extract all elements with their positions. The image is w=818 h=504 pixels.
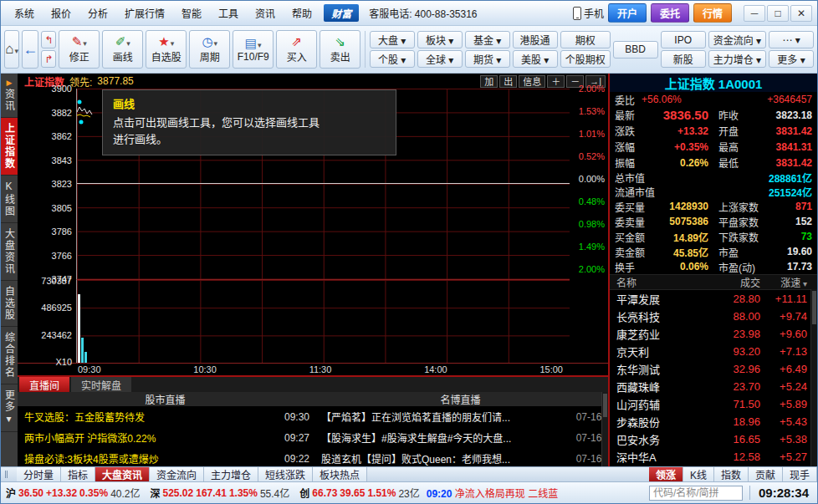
volume-chart[interactable]: 730387486925243462X10 xyxy=(76,279,570,363)
index-summary[interactable]: 深 525.02 167.41 1.35% 55.4亿 xyxy=(150,486,289,500)
home-button[interactable]: ⌂ xyxy=(4,30,19,69)
market-button[interactable]: 期权 xyxy=(560,31,611,48)
stock-row[interactable]: 山河药辅 71.50 +5.89 xyxy=(610,395,817,413)
market-button[interactable]: 期货 ▾ xyxy=(465,50,510,68)
maximize-button[interactable]: □ xyxy=(767,5,789,22)
menu-item[interactable]: 帮助 xyxy=(284,3,320,23)
redo-arrow-icon[interactable]: ↱ xyxy=(41,50,56,68)
toolbar-button[interactable]: ▤ F10/F9 xyxy=(233,30,274,69)
market-button[interactable]: 更多 ▾ xyxy=(769,50,814,68)
sidebar-item[interactable]: 上证指数 xyxy=(1,118,18,176)
toolbar-button[interactable]: ✎ 修正 xyxy=(59,30,100,69)
menu-item[interactable]: 扩展行情 xyxy=(116,3,173,23)
sidebar-item[interactable]: 综合排名 xyxy=(1,327,18,384)
sidebar-item[interactable]: K线图 xyxy=(1,176,18,223)
close-button[interactable]: ✕ xyxy=(790,5,812,22)
bottom-tab[interactable]: 资金流向 xyxy=(150,467,204,481)
index-summary[interactable]: 沪 36.50 +13.32 0.35% 40.2亿 xyxy=(6,486,140,500)
ranking-list: 平潭发展 28.80 +11.11 长亮科技 88.00 +9.74 康芝药业 … xyxy=(610,290,817,466)
news-ticker[interactable]: 09:20 净流入格局再现 二线蓝 xyxy=(427,486,558,500)
sidebar-item[interactable]: 大盘资讯 xyxy=(1,223,18,281)
stock-row[interactable]: 东华测试 32.96 +6.49 xyxy=(610,360,817,378)
minimize-button[interactable]: ─ xyxy=(744,5,765,22)
scrollbar[interactable] xyxy=(601,392,608,466)
redo-arrow-icon[interactable]: ↰ xyxy=(41,31,56,48)
market-button[interactable]: 新股 xyxy=(661,50,706,68)
market-button[interactable]: 主力增仓 ▾ xyxy=(708,50,766,68)
toolbar-button[interactable]: ⇗ 买入 xyxy=(276,30,317,69)
quick-button[interactable]: 开户 xyxy=(608,3,647,23)
market-button[interactable]: BBD xyxy=(613,41,658,59)
market-button[interactable]: 港股通 xyxy=(513,31,558,48)
sidebar-item[interactable]: 更多▾ xyxy=(1,384,18,432)
bottom-tabs-left: 分时量指标大盘资讯资金流向主力增仓短线涨跌板块热点 xyxy=(17,467,367,481)
market-button[interactable]: 全球 ▾ xyxy=(417,50,463,68)
percent-tick: 2.00% xyxy=(573,84,605,94)
toolbar-icon: ✐ xyxy=(115,34,126,48)
bottom-tab[interactable]: 分时量 xyxy=(17,467,61,481)
bottom-tab[interactable]: 主力增仓 xyxy=(204,467,258,481)
live-tab[interactable]: 直播间 xyxy=(19,377,69,392)
stock-row[interactable]: 巴安水务 16.65 +5.38 xyxy=(610,430,817,448)
bottom-tab[interactable]: 大盘资讯 xyxy=(95,467,150,481)
toolbar-button[interactable]: ★ 自选股 xyxy=(146,30,187,69)
market-button[interactable]: IPO xyxy=(661,31,706,48)
stock-row[interactable]: 康芝药业 23.98 +9.60 xyxy=(610,325,817,343)
index-summary[interactable]: 创 66.73 39.65 1.51% 23亿 xyxy=(299,486,419,500)
live-row[interactable]: 操盘必读:3板块4股票或遭爆炒 09:22 股道玄机【提问】败式Queen：老师… xyxy=(18,448,608,466)
stock-row[interactable]: 京天利 93.20 +7.13 xyxy=(610,343,817,360)
quick-button[interactable]: 委托 xyxy=(651,3,689,23)
market-button[interactable]: 资金流向 ▾ xyxy=(708,31,766,48)
bottom-tab[interactable]: 领涨 xyxy=(649,467,683,481)
market-button[interactable]: 美股 ▾ xyxy=(513,50,558,68)
live-row[interactable]: 牛叉选股：五金股蓄势待发 09:30 【严焰茗】正在浏览焰茗直播的朋友们请...… xyxy=(18,406,608,427)
ranking-header[interactable]: 名称 成交 涨速 xyxy=(610,274,817,290)
stock-row[interactable]: 深中华A 12.58 +5.27 xyxy=(610,448,817,466)
toolbar-icon: ✎ xyxy=(72,34,83,48)
time-tick: 11:30 xyxy=(309,364,332,374)
menu-item[interactable]: 报价 xyxy=(43,3,79,23)
time-tick: 10:30 xyxy=(193,364,217,374)
scrollbar[interactable] xyxy=(810,289,817,466)
bottom-tab[interactable]: 短线涨跌 xyxy=(258,467,313,481)
bottom-tab[interactable]: 指数 xyxy=(714,467,749,481)
chart-header-button[interactable]: 信息 xyxy=(519,75,545,88)
menu-item[interactable]: 资讯 xyxy=(247,3,284,23)
col-change-sort[interactable]: 涨速 xyxy=(760,275,807,289)
chart-header-button[interactable]: 出 xyxy=(499,75,517,88)
market-button[interactable]: 基金 ▾ xyxy=(465,31,510,48)
sidebar-item[interactable]: 自选股 xyxy=(1,281,18,327)
bottom-tab[interactable]: 指标 xyxy=(61,467,95,481)
sidebar: ▶ 资讯 上证指数 K线图 大盘资讯 xyxy=(1,74,18,466)
menu-item[interactable]: 工具 xyxy=(210,3,247,23)
toolbar-button[interactable]: ⇘ 卖出 xyxy=(320,30,360,69)
stock-row[interactable]: 平潭发展 28.80 +11.11 xyxy=(610,290,817,308)
mobile-link[interactable]: 手机 xyxy=(573,6,604,20)
bottom-tab[interactable]: K线 xyxy=(683,467,714,481)
market-button[interactable]: 个股 ▾ xyxy=(370,50,415,68)
code-input[interactable] xyxy=(649,486,743,501)
bottom-tab[interactable]: 现手 xyxy=(783,467,817,481)
toolbar-button[interactable]: ✐ 画线 xyxy=(102,30,143,69)
chart-header-button[interactable]: 加 xyxy=(480,75,498,88)
market-button[interactable]: 个股期权 xyxy=(560,50,611,68)
menu-item[interactable]: 智能 xyxy=(173,3,210,23)
bottom-tab[interactable]: 贡献 xyxy=(749,467,783,481)
menu-item[interactable]: 系统 xyxy=(6,3,43,23)
market-button[interactable]: 大盘 ▾ xyxy=(370,31,415,48)
quick-button[interactable]: 行情 xyxy=(693,3,732,23)
stock-row[interactable]: 西藏珠峰 23.70 +5.24 xyxy=(610,378,817,395)
stock-row[interactable]: 步森股份 18.96 +5.43 xyxy=(610,413,817,430)
market-button[interactable]: 板块 ▾ xyxy=(417,31,463,48)
menu-item[interactable]: 分析 xyxy=(79,3,116,23)
bottom-tab[interactable]: 板块热点 xyxy=(313,467,367,481)
live-row[interactable]: 两市小幅高开 沪指微涨0.22% 09:27 【股海求生】#股海求生解盘#今天的… xyxy=(18,427,608,448)
market-button[interactable]: ⋯ ▾ xyxy=(769,31,814,48)
live-tab[interactable]: 实时解盘 xyxy=(71,377,131,392)
price-chart[interactable]: 390038823862384338233805378637663747 画线 … xyxy=(76,89,570,279)
chart-header-button[interactable]: ＋ xyxy=(547,75,565,88)
toolbar-button[interactable]: ◷ 周期 xyxy=(189,30,230,69)
back-button[interactable]: ← xyxy=(22,30,38,69)
sidebar-item[interactable]: ▶ 资讯 xyxy=(1,74,18,118)
stock-row[interactable]: 长亮科技 88.00 +9.74 xyxy=(610,308,817,325)
